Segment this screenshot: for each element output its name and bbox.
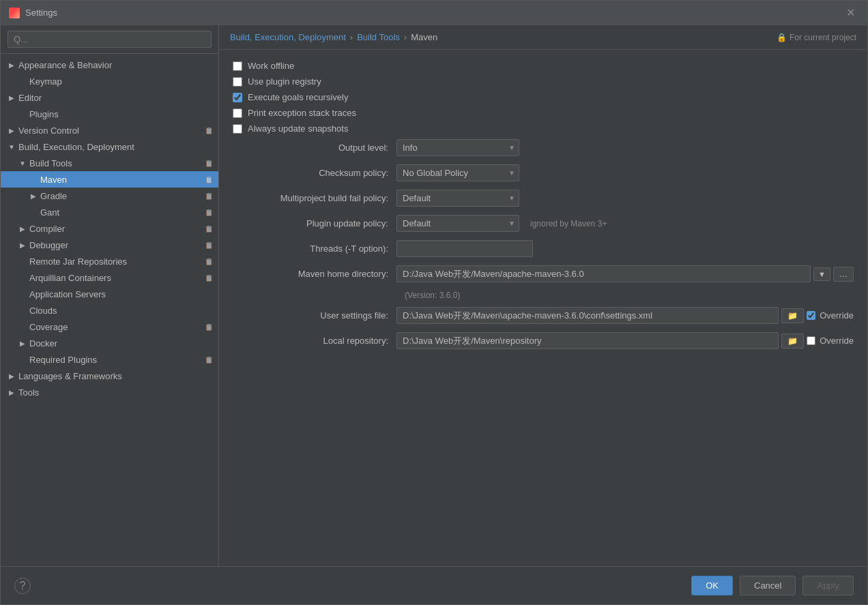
user-settings-control: 📁 Override (396, 307, 854, 324)
project-label: For current project (790, 33, 856, 42)
user-settings-label: User settings file: (233, 310, 396, 321)
sidebar-item-label: Gant (39, 207, 203, 218)
sidebar-item-label: Required Plugins (28, 355, 203, 365)
work-offline-checkbox[interactable] (233, 61, 242, 71)
local-repo-control: 📁 Override (396, 332, 854, 349)
sidebar-item-label: Languages & Frameworks (17, 371, 218, 381)
local-repo-override-checkbox[interactable] (807, 336, 815, 345)
copy-icon: 📋 (203, 190, 214, 201)
arrow-icon (17, 338, 28, 349)
copy-icon: 📋 (203, 272, 214, 283)
arrow-icon (17, 158, 28, 168)
sidebar-item-app-servers[interactable]: Application Servers (1, 286, 218, 302)
arrow-icon (6, 141, 17, 152)
use-plugin-registry-checkbox[interactable] (233, 77, 242, 87)
sidebar-item-label: Coverage (28, 322, 203, 332)
checkbox-row-work-offline: Work offline (233, 61, 854, 71)
bottom-buttons: OK Cancel Apply (691, 576, 854, 595)
copy-icon: 📋 (203, 207, 214, 218)
maven-home-input[interactable] (396, 265, 811, 282)
threads-label: Threads (-T option): (233, 244, 396, 254)
dialog-title: Settings (25, 8, 842, 18)
maven-home-row: Maven home directory: ▼ … (233, 265, 854, 282)
search-input[interactable] (8, 31, 212, 48)
local-repo-browse-btn[interactable]: 📁 (781, 334, 804, 349)
sidebar-item-keymap[interactable]: Keymap (1, 73, 218, 89)
plugin-update-select[interactable]: DefaultNeverAlways (396, 215, 519, 232)
maven-home-browse-btn[interactable]: … (833, 267, 854, 282)
print-stack-label: Print exception stack traces (248, 108, 356, 118)
sidebar-item-label: Version Control (17, 126, 203, 136)
sidebar-item-arquillian[interactable]: Arquillian Containers📋 (1, 269, 218, 286)
arrow-icon (17, 239, 28, 250)
search-box (1, 25, 218, 54)
sidebar-item-docker[interactable]: Docker (1, 335, 218, 351)
sidebar-item-appearance[interactable]: Appearance & Behavior (1, 57, 218, 73)
arrow-icon (17, 289, 28, 299)
sidebar-item-label: Arquillian Containers (28, 273, 203, 283)
copy-icon: 📋 (203, 354, 214, 365)
output-level-select[interactable]: InfoDebugWarnError (396, 139, 519, 156)
multiproject-fail-select[interactable]: DefaultNeverAlwaysAt End (396, 190, 519, 207)
use-plugin-registry-label: Use plugin registry (248, 76, 321, 87)
user-settings-browse-btn[interactable]: 📁 (781, 308, 804, 323)
main-content: Appearance & BehaviorKeymapEditorPlugins… (1, 25, 867, 566)
user-settings-override-checkbox[interactable] (807, 311, 815, 320)
maven-home-dropdown-btn[interactable]: ▼ (813, 267, 830, 281)
sidebar-item-debugger[interactable]: Debugger📋 (1, 237, 218, 253)
sidebar-item-gant[interactable]: Gant📋 (1, 204, 218, 220)
settings-dialog: Settings ✕ Appearance & BehaviorKeymapEd… (0, 0, 868, 605)
execute-goals-checkbox[interactable] (233, 93, 242, 102)
user-settings-input[interactable] (396, 307, 779, 324)
ok-button[interactable]: OK (691, 576, 733, 595)
copy-icon: 📋 (203, 223, 214, 234)
arrow-icon (6, 92, 17, 103)
sidebar-item-label: Application Servers (28, 289, 218, 299)
sidebar-item-lang-frameworks[interactable]: Languages & Frameworks (1, 368, 218, 384)
sidebar-item-build-exec-deploy[interactable]: Build, Execution, Deployment (1, 138, 218, 155)
maven-version-note: (Version: 3.6.0) (396, 291, 854, 300)
sidebar-item-label: Maven (39, 175, 203, 185)
threads-control (396, 240, 854, 257)
sidebar-item-coverage[interactable]: Coverage📋 (1, 319, 218, 335)
breadcrumb-part2[interactable]: Build Tools (357, 32, 400, 42)
breadcrumb-part3: Maven (411, 32, 437, 42)
checksum-policy-select[interactable]: No Global PolicyFailWarnIgnore (396, 164, 519, 181)
sidebar-item-maven[interactable]: Maven📋 (1, 171, 218, 188)
sidebar-item-required-plugins[interactable]: Required Plugins📋 (1, 351, 218, 368)
close-button[interactable]: ✕ (842, 5, 859, 20)
cancel-button[interactable]: Cancel (740, 576, 796, 595)
sidebar-item-version-control[interactable]: Version Control📋 (1, 122, 218, 138)
always-update-checkbox[interactable] (233, 124, 242, 134)
sidebar-item-label: Gradle (39, 191, 203, 201)
checkbox-row-always-update: Always update snapshots (233, 123, 854, 134)
apply-button[interactable]: Apply (802, 576, 854, 595)
arrow-icon (17, 305, 28, 316)
sidebar-item-tools[interactable]: Tools (1, 384, 218, 400)
help-button[interactable]: ? (14, 578, 31, 594)
checkbox-row-print-stack: Print exception stack traces (233, 108, 854, 118)
arrow-icon (17, 321, 28, 332)
maven-home-label: Maven home directory: (233, 269, 396, 279)
sidebar-item-build-tools[interactable]: Build Tools📋 (1, 155, 218, 171)
sidebar-item-editor[interactable]: Editor (1, 89, 218, 106)
breadcrumb-part1[interactable]: Build, Execution, Deployment (230, 32, 346, 42)
local-repo-row: Local repository: 📁 Override (233, 332, 854, 349)
title-bar: Settings ✕ (1, 1, 867, 25)
sidebar-item-compiler[interactable]: Compiler📋 (1, 220, 218, 237)
arrow-icon (28, 174, 39, 185)
override-label2: Override (820, 336, 854, 346)
sidebar-item-remote-jar[interactable]: Remote Jar Repositories📋 (1, 253, 218, 269)
checksum-policy-control: No Global PolicyFailWarnIgnore▼ (396, 164, 854, 181)
threads-input[interactable] (396, 240, 533, 257)
tree: Appearance & BehaviorKeymapEditorPlugins… (1, 54, 218, 566)
checkbox-row-use-plugin-registry: Use plugin registry (233, 76, 854, 87)
override-label: Override (820, 310, 854, 321)
sidebar-item-clouds[interactable]: Clouds (1, 302, 218, 319)
copy-icon: 📋 (203, 174, 214, 185)
local-repo-input[interactable] (396, 332, 779, 349)
sidebar-item-gradle[interactable]: Gradle📋 (1, 188, 218, 204)
print-stack-checkbox[interactable] (233, 108, 242, 118)
sidebar-item-label: Docker (28, 338, 218, 349)
sidebar-item-plugins[interactable]: Plugins (1, 106, 218, 122)
